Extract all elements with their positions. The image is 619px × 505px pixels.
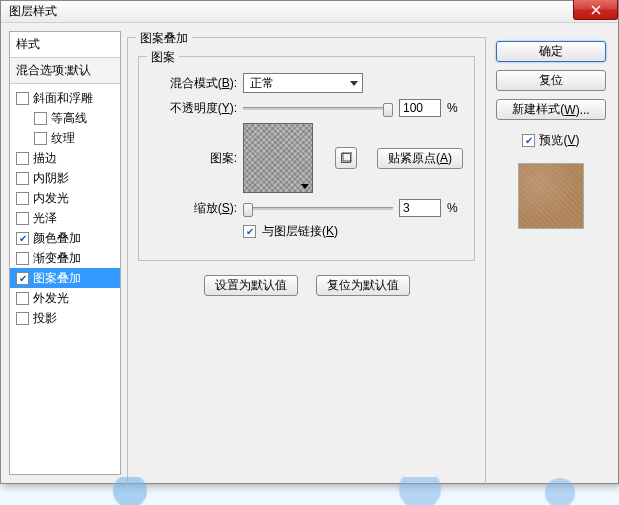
- style-checkbox[interactable]: [16, 172, 29, 185]
- layer-style-dialog: 图层样式 样式 混合选项:默认 斜面和浮雕等高线纹理描边内阴影内发光光泽颜色叠加…: [0, 0, 619, 484]
- style-checkbox[interactable]: [16, 232, 29, 245]
- blend-mode-value: 正常: [250, 75, 274, 92]
- style-item-10[interactable]: 外发光: [10, 288, 120, 308]
- style-item-11[interactable]: 投影: [10, 308, 120, 328]
- section-legend: 图案: [147, 49, 179, 66]
- style-item-8[interactable]: 渐变叠加: [10, 248, 120, 268]
- style-item-label: 外发光: [33, 290, 69, 307]
- style-checkbox[interactable]: [16, 272, 29, 285]
- opacity-label: 不透明度(Y):: [149, 100, 237, 117]
- style-checkbox[interactable]: [16, 252, 29, 265]
- opacity-row: 不透明度(Y): 100 %: [149, 99, 464, 117]
- style-item-label: 内发光: [33, 190, 69, 207]
- background-decoration: [0, 477, 619, 505]
- preview-label: 预览(V): [539, 132, 579, 149]
- scale-slider[interactable]: [243, 207, 393, 210]
- scale-label: 缩放(S):: [149, 200, 237, 217]
- style-checkbox[interactable]: [34, 132, 47, 145]
- right-panel: 确定 复位 新建样式(W)... 预览(V): [492, 31, 610, 475]
- style-item-7[interactable]: 颜色叠加: [10, 228, 120, 248]
- style-item-9[interactable]: 图案叠加: [10, 268, 120, 288]
- styles-panel: 样式 混合选项:默认 斜面和浮雕等高线纹理描边内阴影内发光光泽颜色叠加渐变叠加图…: [9, 31, 121, 475]
- pattern-label: 图案:: [149, 150, 237, 167]
- link-label: 与图层链接(K): [262, 223, 338, 240]
- defaults-row: 设置为默认值 复位为默认值: [138, 275, 475, 296]
- style-item-3[interactable]: 描边: [10, 148, 120, 168]
- opacity-thumb[interactable]: [383, 103, 393, 117]
- percent-label: %: [447, 101, 458, 115]
- blend-mode-label: 混合模式(B):: [149, 75, 237, 92]
- main-panel: 图案叠加 图案 混合模式(B): 正常 不透明: [127, 31, 486, 475]
- pattern-picker[interactable]: [243, 123, 313, 193]
- new-preset-button[interactable]: [335, 147, 357, 169]
- link-row: 与图层链接(K): [149, 223, 464, 240]
- cancel-button[interactable]: 复位: [496, 70, 606, 91]
- pattern-row: 图案: 贴紧原点(A): [149, 123, 464, 193]
- pattern-overlay-group: 图案叠加 图案 混合模式(B): 正常 不透明: [127, 37, 486, 485]
- chevron-down-icon: [301, 184, 309, 189]
- percent-label: %: [447, 201, 458, 215]
- styles-header[interactable]: 样式: [10, 32, 120, 58]
- style-item-label: 投影: [33, 310, 57, 327]
- new-style-button[interactable]: 新建样式(W)...: [496, 99, 606, 120]
- style-checkbox[interactable]: [16, 92, 29, 105]
- close-icon: [591, 5, 601, 15]
- style-item-6[interactable]: 光泽: [10, 208, 120, 228]
- titlebar[interactable]: 图层样式: [1, 1, 618, 23]
- style-item-label: 图案叠加: [33, 270, 81, 287]
- style-checkbox[interactable]: [16, 292, 29, 305]
- style-item-label: 纹理: [51, 130, 75, 147]
- dialog-title: 图层样式: [9, 3, 57, 20]
- opacity-input[interactable]: 100: [399, 99, 441, 117]
- style-item-0[interactable]: 斜面和浮雕: [10, 88, 120, 108]
- opacity-slider[interactable]: [243, 107, 393, 110]
- style-item-label: 内阴影: [33, 170, 69, 187]
- group-legend: 图案叠加: [136, 30, 192, 47]
- scale-row: 缩放(S): 3 %: [149, 199, 464, 217]
- preview-checkbox[interactable]: [522, 134, 535, 147]
- snap-origin-button[interactable]: 贴紧原点(A): [377, 148, 463, 169]
- style-item-5[interactable]: 内发光: [10, 188, 120, 208]
- style-item-label: 等高线: [51, 110, 87, 127]
- dialog-content: 样式 混合选项:默认 斜面和浮雕等高线纹理描边内阴影内发光光泽颜色叠加渐变叠加图…: [1, 23, 618, 483]
- pattern-section: 图案 混合模式(B): 正常 不透明度(Y):: [138, 56, 475, 261]
- blend-options-item[interactable]: 混合选项:默认: [10, 58, 120, 84]
- style-item-4[interactable]: 内阴影: [10, 168, 120, 188]
- blend-mode-row: 混合模式(B): 正常: [149, 73, 464, 93]
- set-default-button[interactable]: 设置为默认值: [204, 275, 298, 296]
- preview-row: 预览(V): [522, 132, 579, 149]
- style-checkbox[interactable]: [16, 212, 29, 225]
- style-item-label: 斜面和浮雕: [33, 90, 93, 107]
- style-item-label: 渐变叠加: [33, 250, 81, 267]
- style-checkbox[interactable]: [34, 112, 47, 125]
- styles-list: 斜面和浮雕等高线纹理描边内阴影内发光光泽颜色叠加渐变叠加图案叠加外发光投影: [10, 84, 120, 328]
- style-checkbox[interactable]: [16, 152, 29, 165]
- scale-input[interactable]: 3: [399, 199, 441, 217]
- blend-mode-select[interactable]: 正常: [243, 73, 363, 93]
- chevron-down-icon: [350, 81, 358, 86]
- scale-thumb[interactable]: [243, 203, 253, 217]
- ok-button[interactable]: 确定: [496, 41, 606, 62]
- reset-default-button[interactable]: 复位为默认值: [316, 275, 410, 296]
- style-item-label: 光泽: [33, 210, 57, 227]
- preview-swatch: [518, 163, 584, 229]
- link-with-layer-checkbox[interactable]: [243, 225, 256, 238]
- style-item-label: 描边: [33, 150, 57, 167]
- style-checkbox[interactable]: [16, 192, 29, 205]
- new-preset-icon: [340, 152, 352, 164]
- style-item-1[interactable]: 等高线: [10, 108, 120, 128]
- close-button[interactable]: [573, 0, 618, 20]
- style-item-2[interactable]: 纹理: [10, 128, 120, 148]
- style-checkbox[interactable]: [16, 312, 29, 325]
- style-item-label: 颜色叠加: [33, 230, 81, 247]
